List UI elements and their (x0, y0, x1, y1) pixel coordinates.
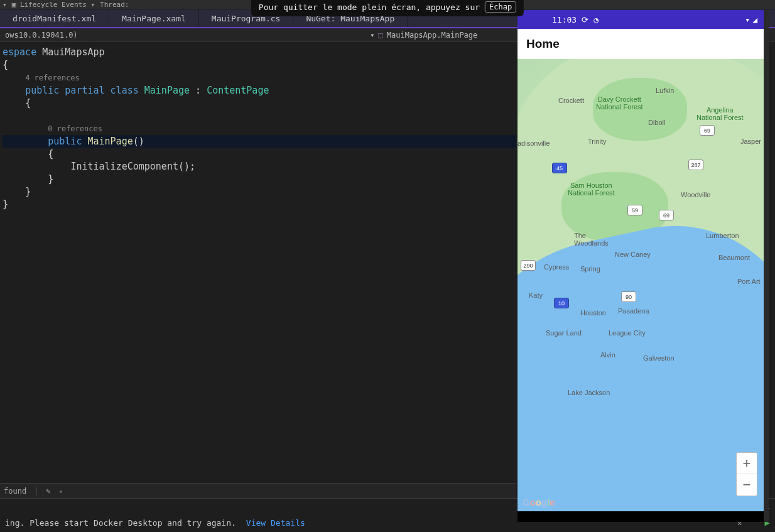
map-city-label: League City (609, 329, 646, 337)
editor-status-strip: found | ✎ ◂ (0, 483, 516, 498)
error-message: ing. Please start Docker Desktop and try… (5, 518, 236, 528)
map-highway-shield: 10 (554, 298, 569, 308)
map-city-label: Diboll (648, 119, 666, 126)
signal-icon: ◢ (752, 15, 757, 24)
map-highway-shield: 90 (621, 291, 636, 302)
class-icon: ⬚ (379, 31, 383, 40)
map-city-label: Jasper (740, 138, 761, 145)
map-highway-shield: 59 (627, 205, 642, 215)
map-city-label: Sugar Land (546, 329, 582, 337)
app-bar: Home (518, 29, 764, 59)
tab-mainpage-xaml[interactable]: MainPage.xaml (109, 9, 199, 27)
map-city-label: Cypress (544, 263, 569, 271)
map-zoom-controls: + − (736, 452, 757, 496)
codelens-references[interactable]: 4 references (25, 73, 80, 82)
map-city-label: Spring (580, 265, 600, 273)
fullscreen-text: Pour quitter le mode plein écran, appuye… (259, 3, 480, 12)
play-icon[interactable]: ▶ (765, 518, 770, 528)
map-highway-shield: 290 (521, 260, 536, 271)
fullscreen-exit-banner: Pour quitter le mode plein écran, appuye… (251, 0, 524, 16)
map-city-label: Crockett (558, 97, 584, 104)
brush-icon[interactable]: ✎ (46, 487, 50, 496)
zoom-out-button[interactable]: − (737, 474, 757, 496)
status-time: 11:03 (552, 15, 577, 24)
map-city-label: adisonville (518, 139, 550, 147)
map-forest-label: Sam Houston National Forest (568, 182, 615, 197)
zoom-in-button[interactable]: + (737, 453, 757, 474)
map-city-label: Beaumont (718, 254, 750, 261)
tab-androidmanifest[interactable]: droidManifest.xml (0, 9, 109, 27)
map-city-label: Woodville (681, 191, 711, 198)
view-details-link[interactable]: View Details (246, 518, 305, 528)
map-city-label: The Woodlands (574, 232, 609, 247)
emulator-status-bar: 11:03 ⟳ ◔ ▾ ◢ (518, 10, 764, 29)
android-emulator: 11:03 ⟳ ◔ ▾ ◢ Home CrockettLufkinDibollT… (518, 10, 764, 522)
found-label: found (4, 487, 26, 496)
map-forest-label: Angelina National Forest (696, 106, 744, 121)
map-city-label: Galveston (643, 354, 675, 362)
map-city-label: Trinity (588, 138, 607, 145)
map-city-label: Port Art (737, 278, 761, 285)
thread-label: Thread: (100, 1, 129, 9)
map-city-label: Lufkin (656, 87, 674, 94)
chevron-left-icon[interactable]: ◂ (58, 487, 63, 496)
map-city-label: Katy (529, 291, 543, 299)
map-city-label: New Caney (615, 251, 651, 258)
map-highway-shield: 69 (659, 210, 674, 220)
wifi-icon: ▾ (745, 15, 750, 24)
sync-icon: ⟳ (582, 15, 588, 24)
breadcrumb-left[interactable]: ows10.0.19041.0) (5, 31, 78, 40)
map-highway-shield: 287 (688, 160, 703, 170)
escape-key-hint: Échap (485, 1, 516, 13)
map-city-label: Houston (580, 309, 606, 317)
lifecycle-events[interactable]: ▣ Lifecycle Events ▾ (12, 1, 95, 9)
google-logo: Google (523, 497, 555, 508)
map-highway-shield: 45 (552, 163, 567, 173)
map-forest-label: Davy Crockett National Forest (596, 95, 643, 111)
map-city-label: Pasadena (618, 307, 649, 315)
clock-icon: ◔ (593, 15, 599, 24)
toolbar-dropdown[interactable]: ▾ (3, 1, 7, 9)
map-highway-shield: 69 (700, 125, 715, 136)
map-city-label: Alvin (600, 351, 615, 359)
code-editor[interactable]: espace MauiMapsApp { 4 references public… (0, 42, 516, 482)
map-city-label: Lumberton (706, 232, 739, 239)
chevron-down-icon: ▾ (370, 31, 374, 40)
map-view[interactable]: CrockettLufkinDibollTrinityJasperadisonv… (518, 59, 764, 511)
codelens-references[interactable]: 0 references (48, 124, 102, 133)
map-city-label: Lake Jackson (568, 389, 610, 396)
app-title: Home (526, 37, 560, 51)
